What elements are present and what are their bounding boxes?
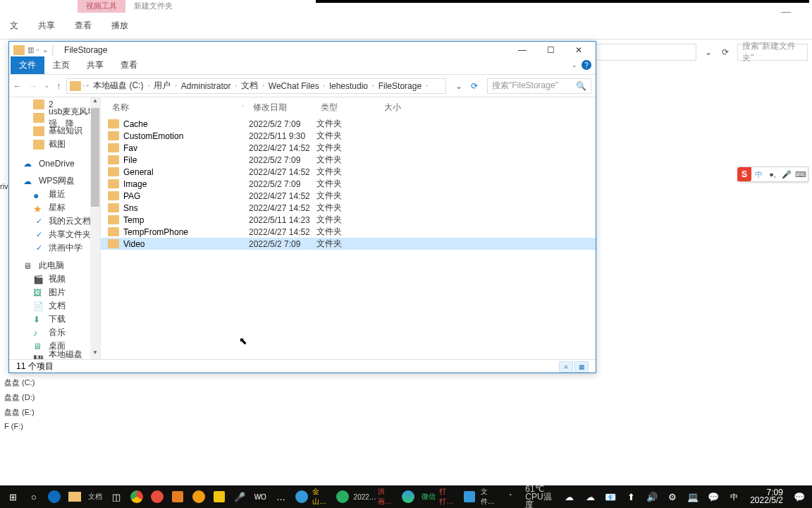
col-date[interactable]: 修改日期 — [249, 100, 316, 115]
start-button[interactable]: ⊞ — [4, 486, 23, 507]
ribbon-expand-icon[interactable]: ⌄ — [572, 61, 577, 68]
tb-chrome-icon[interactable] — [127, 486, 146, 507]
tb-app-icon[interactable]: 洪画… — [378, 486, 397, 507]
tab-view[interactable]: 查看 — [112, 56, 146, 74]
tb-notifications-icon[interactable]: 💬 — [789, 486, 808, 507]
file-row[interactable]: Fav2022/4/27 14:52文件夹 — [101, 142, 596, 154]
tree-item[interactable]: 📄文档 — [9, 299, 100, 313]
tree-item[interactable]: usb麦克风增强、降 — [9, 111, 100, 124]
tree-item[interactable]: 💾本地磁盘 (C:) — [9, 353, 100, 359]
address-bar[interactable]: › « 本地磁盘 (C:)› 用户› Administrator› 文档› We… — [66, 78, 446, 94]
tb-ime-icon[interactable]: 中 — [725, 486, 744, 507]
ime-toolbar[interactable]: S 中 ●, 🎤 ⌨ — [739, 167, 808, 182]
tree-item[interactable]: ♪音乐 — [9, 326, 100, 339]
ime-logo-icon[interactable]: S — [737, 167, 751, 181]
col-name[interactable]: 名称 ˄ — [108, 100, 249, 115]
tb-app-icon[interactable] — [292, 486, 311, 507]
tb-app-icon[interactable]: 打打… — [439, 486, 458, 507]
tree-item[interactable]: ✓共享文件夹 — [9, 228, 100, 241]
tb-tray-icon[interactable]: ☁ — [560, 486, 579, 507]
tab-home[interactable]: 主页 — [44, 56, 78, 74]
tb-tray-icon[interactable]: ⬆ — [622, 486, 641, 507]
tb-app-icon[interactable] — [333, 486, 352, 507]
tb-clock[interactable]: 7:09 2022/5/2 — [744, 489, 789, 504]
tb-tray-icon[interactable]: 💬 — [704, 486, 723, 507]
tb-tray-icon[interactable]: 💻 — [684, 486, 703, 507]
help-icon[interactable]: ? — [582, 60, 591, 70]
ime-lang[interactable]: 中 — [751, 167, 765, 181]
tb-tray-icon[interactable]: ☁ — [580, 486, 599, 507]
ime-keyboard-icon[interactable]: ⌨ — [794, 167, 808, 181]
file-list[interactable]: 名称 ˄ 修改日期 类型 大小 Cache2022/5/2 7:09文件夹Cus… — [101, 97, 596, 359]
crumb[interactable]: 文档 — [238, 80, 261, 92]
bg-tab-share[interactable]: 共享 — [28, 17, 65, 35]
view-details-icon[interactable]: ≡ — [559, 361, 573, 373]
file-row[interactable]: Video2022/5/2 7:09文件夹 — [101, 238, 596, 250]
bg-tab-play[interactable]: 播放 — [102, 17, 138, 35]
crumb[interactable]: FileStorage — [376, 81, 424, 91]
tb-app-icon[interactable]: 文件… — [481, 486, 500, 507]
tree-item[interactable]: 截图 — [9, 138, 100, 151]
tree-item[interactable]: 🎬视频 — [9, 272, 100, 286]
tb-taskview-icon[interactable]: ◫ — [106, 486, 125, 507]
tree-scrollbar[interactable]: ▲ ▼ — [90, 97, 100, 359]
bg-minimize-icon[interactable]: — — [781, 6, 791, 17]
search-input[interactable]: 搜索"FileStorage" 🔍 — [487, 78, 591, 94]
maximize-button[interactable]: ☐ — [536, 43, 565, 57]
tb-app-icon[interactable] — [460, 486, 479, 507]
addr-dropdown-icon[interactable]: ⌄ — [452, 81, 466, 91]
tb-volume-icon[interactable]: 🔊 — [642, 486, 661, 507]
close-button[interactable]: ✕ — [565, 43, 593, 57]
scroll-up-icon[interactable]: ▲ — [90, 97, 100, 107]
file-row[interactable]: CustomEmotion2022/5/11 9:30文件夹 — [101, 130, 596, 142]
tree-item[interactable]: ⬇下载 — [9, 313, 100, 326]
tb-app-icon[interactable] — [398, 486, 417, 507]
bg-drive-d[interactable]: 盘盘 (D:) — [4, 392, 35, 403]
titlebar[interactable]: ▥ ▫ ⌄ │ FileStorage — ☐ ✕ — [9, 42, 596, 58]
tb-app-icon[interactable]: 2022… — [354, 486, 376, 507]
col-type[interactable]: 类型 — [316, 100, 380, 115]
tb-app-icon[interactable]: WO — [251, 486, 270, 507]
tree-item[interactable]: ★星标 — [9, 201, 100, 214]
view-icons-icon[interactable]: ▦ — [574, 361, 589, 373]
tb-tray-expand-icon[interactable]: ˄ — [501, 486, 520, 507]
file-row[interactable]: Temp2022/5/11 14:23文件夹 — [101, 214, 596, 226]
tb-tray-icon[interactable]: 📧 — [601, 486, 620, 507]
tb-wps-icon[interactable]: 文档 — [86, 486, 105, 507]
nav-tree[interactable]: 2usb麦克风增强、降基础知识截图☁OneDrive☁WPS网盘●最近★星标✓我… — [9, 97, 101, 359]
file-row[interactable]: Image2022/5/2 7:09文件夹 — [101, 178, 596, 190]
file-row[interactable]: Cache2022/5/2 7:09文件夹 — [101, 118, 596, 130]
col-size[interactable]: 大小 — [380, 100, 422, 115]
file-row[interactable]: PAG2022/4/27 14:52文件夹 — [101, 190, 596, 202]
file-row[interactable]: General2022/4/27 14:52文件夹 — [101, 166, 596, 178]
file-row[interactable]: TempFromPhone2022/4/27 14:52文件夹 — [101, 226, 596, 238]
taskbar[interactable]: ⊞ ○ 文档 ◫ 🎤 WO … 金山… 2022… 洪画… 微信 打打… 文件…… — [0, 485, 812, 508]
tb-mic-icon[interactable]: 🎤 — [230, 486, 249, 507]
crumb[interactable]: lehestudio — [326, 81, 371, 91]
tb-app-icon[interactable] — [189, 486, 208, 507]
bg-addr-dropdown-icon[interactable]: ⌄ — [701, 44, 716, 60]
tree-item[interactable]: ☁OneDrive — [9, 157, 100, 170]
nav-back-icon[interactable]: ← — [13, 81, 22, 91]
tree-item[interactable]: 🖼图片 — [9, 286, 100, 299]
bg-tab-view[interactable]: 查看 — [65, 17, 102, 35]
file-row[interactable]: Sns2022/4/27 14:52文件夹 — [101, 202, 596, 214]
tb-tray-icon[interactable]: ⚙ — [663, 486, 682, 507]
tb-app-icon[interactable] — [168, 486, 187, 507]
tb-explorer-icon[interactable] — [66, 486, 85, 507]
tree-item[interactable]: 🖥此电脑 — [9, 259, 100, 272]
qat-dropdown-icon[interactable]: ⌄ — [42, 46, 48, 54]
tab-share[interactable]: 共享 — [78, 56, 112, 74]
qat-new-icon[interactable]: ▫ — [37, 46, 39, 54]
file-row[interactable]: File2022/5/2 7:09文件夹 — [101, 154, 596, 166]
tab-file[interactable]: 文件 — [11, 56, 44, 74]
ime-punct-icon[interactable]: ●, — [765, 167, 780, 181]
minimize-button[interactable]: — — [508, 43, 536, 57]
nav-history-icon[interactable]: ⌄ — [44, 83, 49, 89]
tb-app-icon[interactable] — [209, 486, 228, 507]
bg-context-tab[interactable]: 视频工具 — [78, 0, 125, 13]
tree-item[interactable]: ✓我的云文档 — [9, 214, 100, 228]
bg-drive-f[interactable]: F (F:) — [4, 422, 35, 430]
bg-drive-c[interactable]: 盘盘 (C:) — [4, 377, 35, 388]
tb-edge-icon[interactable] — [44, 486, 63, 507]
